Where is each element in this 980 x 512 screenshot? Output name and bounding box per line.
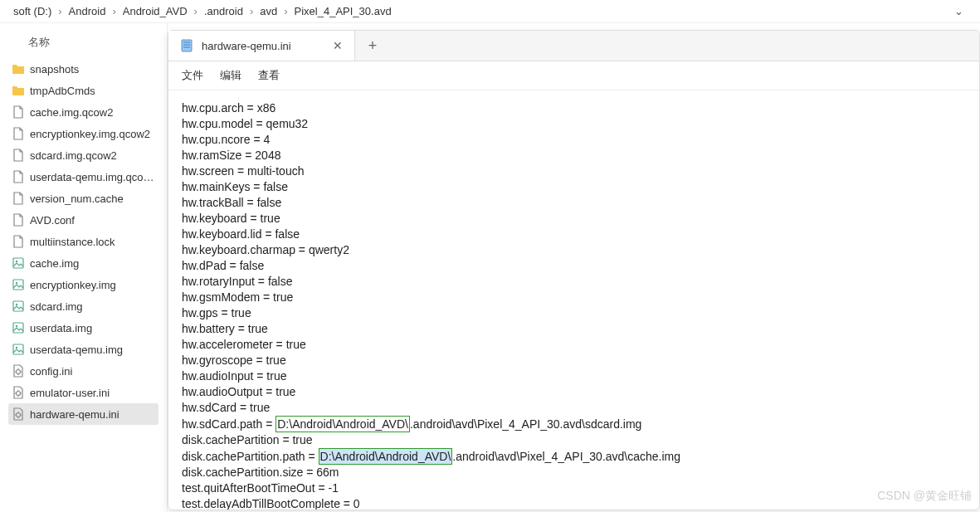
svg-point-12	[17, 413, 21, 417]
file-icon	[12, 235, 25, 248]
ini-icon	[12, 407, 25, 421]
file-icon	[12, 149, 25, 162]
breadcrumb-item[interactable]: soft (D:)	[10, 3, 55, 19]
svg-point-7	[16, 325, 17, 327]
file-item[interactable]: version_num.cache	[8, 188, 158, 209]
svg-point-9	[16, 347, 17, 349]
img-icon	[12, 278, 25, 291]
breadcrumb-item[interactable]: avd	[256, 3, 280, 19]
menu-file[interactable]: 文件	[182, 68, 203, 83]
file-label: userdata.img	[30, 322, 92, 334]
svg-rect-4	[13, 301, 23, 311]
svg-point-5	[16, 304, 17, 305]
chevron-down-icon[interactable]: ⌄	[948, 5, 970, 17]
new-tab-button[interactable]: +	[355, 37, 391, 55]
file-label: config.ini	[30, 365, 72, 378]
svg-rect-6	[13, 323, 23, 333]
file-item[interactable]: userdata.img	[8, 317, 158, 339]
file-item[interactable]: emulator-user.ini	[8, 382, 158, 403]
editor-content[interactable]: hw.cpu.arch = x86 hw.cpu.model = qemu32 …	[168, 90, 979, 510]
file-item[interactable]: encryptionkey.img	[8, 274, 158, 295]
ini-icon	[12, 364, 25, 378]
svg-point-10	[17, 370, 21, 374]
file-item[interactable]: sdcard.img	[8, 295, 158, 317]
text-line: test.quitAfterBootTimeOut = -1	[182, 481, 339, 495]
highlight-sdcard-path: D:\Android\Android_AVD\	[275, 416, 410, 432]
img-icon	[12, 256, 25, 270]
svg-point-3	[16, 282, 17, 284]
file-item[interactable]: tmpAdbCmds	[8, 80, 158, 101]
text-line: disk.cachePartition.size = 66m	[182, 466, 339, 479]
file-label: cache.img.qcow2	[30, 106, 113, 119]
file-item[interactable]: encryptionkey.img.qcow2	[8, 123, 158, 144]
text-line: test.delayAdbTillBootComplete = 0	[182, 497, 360, 510]
chevron-right-icon: ›	[284, 5, 287, 17]
breadcrumb-item[interactable]: Android	[66, 3, 110, 19]
text-line: .android\avd\Pixel_4_API_30.avd\cache.im…	[452, 450, 680, 463]
svg-rect-13	[182, 40, 192, 51]
file-icon	[12, 213, 25, 227]
menu-view[interactable]: 查看	[258, 68, 280, 83]
chevron-right-icon: ›	[112, 5, 115, 17]
file-label: cache.img	[30, 257, 79, 270]
breadcrumb-item[interactable]: Android_AVD	[119, 3, 191, 19]
text-line: disk.cachePartition.path =	[182, 450, 319, 463]
tab-hardware-qemu[interactable]: hardware-qemu.ini ✕	[168, 31, 355, 61]
tab-bar: hardware-qemu.ini ✕ +	[168, 31, 979, 61]
file-item[interactable]: hardware-qemu.ini	[8, 403, 158, 425]
text-line: hw.sdCard.path =	[182, 417, 275, 431]
file-item[interactable]: AVD.conf	[8, 209, 158, 231]
file-label: userdata-qemu.img	[30, 344, 123, 356]
file-label: sdcard.img	[30, 300, 83, 313]
text-editor-window: hardware-qemu.ini ✕ + 文件 编辑 查看 hw.cpu.ar…	[168, 30, 980, 510]
file-label: encryptionkey.img.qcow2	[30, 128, 150, 140]
svg-rect-2	[13, 280, 23, 290]
file-label: version_num.cache	[30, 193, 124, 205]
breadcrumb-item[interactable]: Pixel_4_API_30.avd	[291, 3, 395, 19]
breadcrumb-item[interactable]: .android	[201, 3, 246, 19]
text-line: .android\avd\Pixel_4_API_30.avd\sdcard.i…	[410, 417, 641, 431]
folder-icon	[12, 62, 25, 76]
file-list: 名称 snapshotstmpAdbCmdscache.img.qcow2enc…	[0, 23, 168, 510]
svg-point-1	[16, 261, 17, 262]
img-icon	[12, 300, 25, 313]
file-icon	[12, 127, 25, 140]
img-icon	[12, 321, 25, 334]
close-icon[interactable]: ✕	[333, 39, 343, 52]
chevron-right-icon: ›	[250, 5, 253, 17]
file-item[interactable]: cache.img.qcow2	[8, 101, 158, 123]
file-label: userdata-qemu.img.qcow2	[30, 171, 155, 183]
file-item[interactable]: config.ini	[8, 360, 158, 382]
menu-edit[interactable]: 编辑	[220, 68, 241, 83]
img-icon	[12, 343, 25, 356]
breadcrumb: soft (D:)›Android›Android_AVD›.android›a…	[0, 0, 980, 23]
file-item[interactable]: sdcard.img.qcow2	[8, 144, 158, 166]
tab-label: hardware-qemu.ini	[202, 40, 291, 52]
file-item[interactable]: multiinstance.lock	[8, 231, 158, 252]
file-item[interactable]: userdata-qemu.img.qcow2	[8, 166, 158, 188]
file-label: AVD.conf	[30, 214, 75, 227]
svg-rect-0	[13, 258, 23, 268]
file-label: multiinstance.lock	[30, 236, 115, 248]
folder-icon	[12, 84, 25, 97]
file-label: snapshots	[30, 63, 79, 76]
file-label: tmpAdbCmds	[30, 85, 95, 97]
column-header-name[interactable]: 名称	[8, 30, 158, 58]
main: 名称 snapshotstmpAdbCmdscache.img.qcow2enc…	[0, 23, 980, 510]
file-label: encryptionkey.img	[30, 279, 116, 291]
file-item[interactable]: snapshots	[8, 58, 158, 80]
file-icon	[12, 105, 25, 119]
notepad-icon	[180, 39, 193, 52]
file-icon	[12, 192, 25, 205]
svg-point-11	[17, 392, 21, 396]
file-item[interactable]: cache.img	[8, 252, 158, 274]
ini-icon	[12, 386, 25, 399]
svg-rect-8	[13, 344, 23, 354]
file-label: emulator-user.ini	[30, 387, 110, 399]
file-icon	[12, 170, 25, 183]
file-item[interactable]: userdata-qemu.img	[8, 339, 158, 360]
highlight-cache-path: D:\Android\Android_AVD\	[319, 448, 453, 465]
text-line: disk.cachePartition = true	[182, 433, 313, 446]
chevron-right-icon: ›	[58, 5, 61, 17]
chevron-right-icon: ›	[194, 5, 197, 17]
